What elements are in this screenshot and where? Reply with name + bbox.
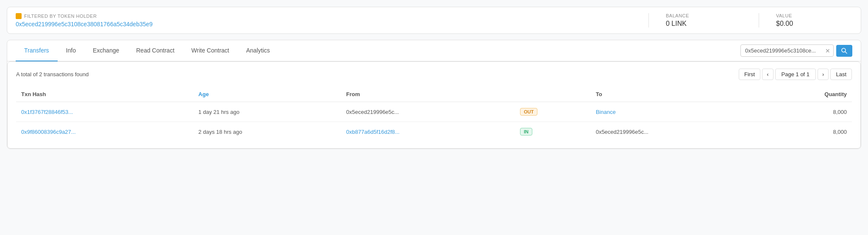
svg-line-1 — [845, 52, 847, 53]
filter-balance-section: BALANCE 0 LINK — [666, 13, 759, 28]
tab-read-contract[interactable]: Read Contract — [128, 40, 183, 61]
pagination-first-button[interactable]: First — [739, 69, 760, 80]
txn-hash-link[interactable]: 0x1f3767f28846f53... — [21, 109, 73, 115]
search-button[interactable] — [836, 45, 852, 57]
filter-label: FILTERED BY TOKEN HOLDER — [16, 13, 632, 19]
tab-transfers[interactable]: Transfers — [16, 40, 58, 61]
txn-to-link[interactable]: Binance — [596, 109, 616, 115]
pagination-page-info: Page 1 of 1 — [775, 69, 816, 80]
filter-icon — [16, 13, 22, 19]
txn-hash-link[interactable]: 0x9f86008396c9a27... — [21, 129, 76, 135]
balance-value: 0 LINK — [666, 20, 742, 28]
filter-token-holder: FILTERED BY TOKEN HOLDER 0x5eced219996e5… — [16, 13, 649, 28]
search-input-wrap: ✕ — [740, 44, 834, 57]
search-icon — [841, 48, 847, 54]
pagination: First ‹ Page 1 of 1 › Last — [739, 69, 852, 80]
value-amount: $0.00 — [776, 20, 852, 28]
pagination-prev-button[interactable]: ‹ — [762, 69, 773, 80]
col-direction — [515, 87, 591, 102]
balance-label: BALANCE — [666, 13, 742, 18]
txn-to: 0x5eced219996e5c... — [591, 122, 763, 142]
filter-card: FILTERED BY TOKEN HOLDER 0x5eced219996e5… — [7, 7, 861, 34]
tab-exchange[interactable]: Exchange — [84, 40, 128, 61]
col-quantity: Quantity — [763, 87, 852, 102]
txn-age: 2 days 18 hrs ago — [193, 122, 341, 142]
tab-search-area: ✕ — [740, 44, 852, 57]
table-header-row: Txn Hash Age From To Quantity — [16, 87, 852, 102]
table-row: 0x9f86008396c9a27...2 days 18 hrs ago0xb… — [16, 122, 852, 142]
txn-from-link[interactable]: 0xb877a6d5f16d2f8... — [346, 129, 400, 135]
filter-label-text: FILTERED BY TOKEN HOLDER — [24, 14, 97, 19]
transactions-area: A total of 2 transactions found First ‹ … — [7, 61, 861, 149]
txn-from: 0x5eced219996e5c... — [341, 102, 515, 122]
tabs-card: Transfers Info Exchange Read Contract Wr… — [7, 40, 861, 149]
transactions-table: Txn Hash Age From To Quantity 0x1f3767f2… — [16, 87, 852, 141]
col-txn-hash: Txn Hash — [16, 87, 193, 102]
col-from: From — [341, 87, 515, 102]
tabs-header: Transfers Info Exchange Read Contract Wr… — [7, 40, 861, 61]
value-label: VALUE — [776, 13, 852, 18]
search-input[interactable] — [740, 44, 834, 57]
search-clear-icon[interactable]: ✕ — [825, 48, 830, 54]
tab-write-contract[interactable]: Write Contract — [183, 40, 238, 61]
tab-info[interactable]: Info — [58, 40, 84, 61]
col-to: To — [591, 87, 763, 102]
txn-summary-text: A total of 2 transactions found — [16, 71, 89, 77]
pagination-last-button[interactable]: Last — [830, 69, 852, 80]
direction-badge-out: OUT — [520, 108, 537, 116]
col-age[interactable]: Age — [193, 87, 341, 102]
filter-value-section: VALUE $0.00 — [776, 13, 852, 28]
tab-analytics[interactable]: Analytics — [238, 40, 278, 61]
txn-summary-row: A total of 2 transactions found First ‹ … — [16, 69, 852, 80]
txn-quantity: 8,000 — [763, 102, 852, 122]
table-row: 0x1f3767f28846f53...1 day 21 hrs ago0x5e… — [16, 102, 852, 122]
txn-quantity: 8,000 — [763, 122, 852, 142]
direction-badge-in: IN — [520, 128, 532, 135]
txn-age: 1 day 21 hrs ago — [193, 102, 341, 122]
pagination-next-button[interactable]: › — [818, 69, 829, 80]
filter-address-link[interactable]: 0x5eced219996e5c3108ce38081766a5c34deb35… — [16, 21, 632, 28]
